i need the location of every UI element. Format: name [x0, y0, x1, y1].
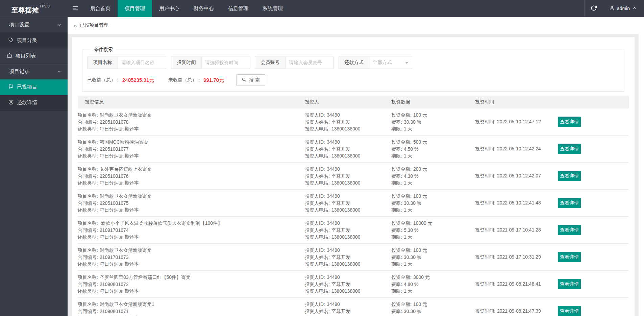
term-value: 1 天	[404, 288, 413, 294]
sidebar-item-project-list[interactable]: 项目列表	[0, 48, 68, 64]
view-detail-button[interactable]: 查看详情	[558, 306, 581, 316]
invest-info-cell: 项目名称:时尚款卫衣女清新版寄卖 合同编号:21091701073 还款类型:每…	[78, 244, 305, 270]
view-detail-button[interactable]: 查看详情	[558, 144, 581, 154]
invest-time-input[interactable]	[202, 56, 250, 69]
sidebar-item-repayment-details[interactable]: 还款详情	[0, 95, 68, 111]
refresh-button[interactable]	[584, 0, 603, 17]
investor-id-field-label: 投资人ID:	[305, 166, 325, 172]
contract-no-value: 21090801071	[100, 309, 129, 314]
investor-name-value: 至尊开发	[331, 146, 350, 152]
col-header-invest-data: 投资数据	[391, 99, 475, 105]
nav-item-system[interactable]: 系统管理	[255, 0, 290, 17]
collapse-menu-button[interactable]	[68, 0, 83, 17]
investor-cell: 投资人ID:34490 投资人姓名:至尊开发 投资人电话:13800138000	[305, 136, 391, 162]
sidebar-item-invested-projects[interactable]: 已投项目	[0, 79, 68, 95]
project-name-value: 韩国MCC蜜粉控油寄卖	[100, 139, 148, 145]
nav-item-project[interactable]: 项目管理	[118, 0, 152, 17]
table-row: 项目名称:圣罗兰圆管83方管烂番茄口红【50件】寄卖 合同编号:21090801…	[78, 271, 629, 298]
repay-type-field-label: 还款类型:	[78, 234, 98, 240]
repay-method-select[interactable]: 全部方式	[369, 56, 412, 69]
term-field-label: 期限:	[391, 207, 402, 213]
investor-id-field-label: 投资人ID:	[305, 247, 325, 253]
view-detail-button[interactable]: 查看详情	[558, 171, 581, 181]
actions-cell: 查看详情	[556, 136, 629, 162]
repay-type-value: 每日分润,到期还本	[100, 153, 139, 159]
invest-info-cell: 项目名称:圣罗兰圆管83方管烂番茄口红【50件】寄卖 合同编号:21090801…	[78, 271, 305, 297]
repay-type-value: 每日分润,到期还本	[100, 261, 139, 267]
sidebar-group-label: 项目设置	[9, 22, 29, 28]
project-name-field-label: 项目名称:	[78, 301, 98, 307]
contract-no-field-label: 合同编号:	[78, 254, 98, 260]
project-name-value: 新款小个子风衣温柔收腰薄款气质大衣寄卖利润【100件】	[100, 220, 222, 226]
user-name: admin	[617, 6, 630, 11]
table-row: 项目名称:时尚款卫衣女清新版寄卖 合同编号:21091701073 还款类型:每…	[78, 244, 629, 271]
invest-time-field-group: 投资时间	[171, 56, 250, 69]
sidebar-item-project-category[interactable]: 项目分类	[0, 33, 68, 48]
project-name-value: 时尚款卫衣女清新版寄卖	[100, 193, 152, 199]
col-header-invest-info: 投资信息	[78, 99, 305, 105]
invest-time-field-label: 投资时间:	[475, 227, 495, 233]
breadcrumb-icon: »	[73, 22, 77, 29]
investor-name-field-label: 投资人姓名:	[305, 227, 330, 233]
search-button[interactable]: 搜 索	[236, 74, 265, 86]
contract-no-field-label: 合同编号:	[78, 200, 98, 206]
invest-time-cell: 投资时间:2022-05-10 12:47:12	[475, 108, 556, 135]
project-name-value: 时尚款卫衣女清新版寄卖1	[100, 301, 154, 307]
view-detail-button[interactable]: 查看详情	[558, 225, 581, 235]
view-detail-button[interactable]: 查看详情	[558, 252, 581, 262]
app-logo: 至尊摆摊TP5.3	[0, 0, 68, 17]
term-value: 1 天	[404, 180, 413, 186]
invest-info-cell: 项目名称: 新款小个子风衣温柔收腰薄款气质大衣寄卖利润【100件】 合同编号:2…	[78, 217, 305, 243]
project-name-value: 时尚款卫衣女清新版寄卖	[100, 247, 152, 253]
rate-field-label: 费率:	[391, 119, 402, 125]
investor-phone-value: 13800138000	[331, 261, 361, 267]
nav-item-finance[interactable]: 财务中心	[187, 0, 221, 17]
invest-time-cell: 投资时间:2021-09-17 10:31:29	[475, 244, 556, 270]
tag-icon	[8, 38, 14, 44]
investor-id-value: 34490	[327, 112, 340, 118]
table-row: 项目名称:韩国MCC蜜粉控油寄卖 合同编号:22051001077 还款类型:每…	[78, 136, 629, 163]
repay-type-field-label: 还款类型:	[78, 261, 98, 267]
project-name-input[interactable]	[118, 56, 166, 69]
view-detail-button[interactable]: 查看详情	[558, 279, 581, 289]
table-row: 项目名称: 新款小个子风衣温柔收腰薄款气质大衣寄卖利润【100件】 合同编号:2…	[78, 217, 629, 244]
user-icon	[609, 5, 615, 12]
contract-no-value: 21091701073	[100, 254, 129, 260]
nav-item-home[interactable]: 后台首页	[83, 0, 118, 17]
search-fields: 项目名称 投资时间 会员账号 还款方式 全部方式	[87, 56, 619, 69]
rate-value: 4.50 %	[404, 146, 419, 152]
refresh-icon	[591, 5, 597, 12]
nav-item-info[interactable]: 信息管理	[221, 0, 255, 17]
repay-type-value: 每日分润,到期还本	[100, 207, 139, 213]
contract-no-value: 22051001078	[100, 119, 129, 125]
term-value: 1 天	[404, 126, 413, 131]
investor-phone-field-label: 投资人电话:	[305, 234, 330, 240]
investor-name-value: 至尊开发	[331, 200, 350, 206]
amount-value: 100 元	[413, 247, 427, 253]
investor-cell: 投资人ID:34490 投资人姓名:至尊开发 投资人电话:13800138000	[305, 298, 391, 316]
actions-cell: 查看详情	[556, 163, 629, 189]
scrollbar[interactable]	[639, 17, 644, 316]
invest-time-field-label: 投资时间:	[475, 119, 495, 124]
project-name-field-label: 项目名称:	[78, 166, 98, 172]
invest-data-cell: 投资金额:500 元 费率:4.50 % 期限:1 天	[391, 136, 475, 162]
sidebar-group-project-records[interactable]: 项目记录	[0, 64, 68, 79]
member-account-input[interactable]	[286, 56, 333, 69]
contract-no-field-label: 合同编号:	[78, 309, 98, 314]
term-field-label: 期限:	[391, 153, 402, 159]
page-body: 条件搜索 项目名称 投资时间 会员账号 还款方式	[68, 34, 639, 316]
rate-value: 30.30 %	[404, 309, 421, 314]
nav-item-user[interactable]: 用户中心	[152, 0, 187, 17]
view-detail-button[interactable]: 查看详情	[558, 198, 581, 208]
term-field-label: 期限:	[391, 180, 402, 186]
invest-data-cell: 投资金额:100 元 费率:30.30 % 期限:1 天	[391, 244, 475, 270]
view-detail-button[interactable]: 查看详情	[558, 117, 581, 127]
sidebar-group-project-settings[interactable]: 项目设置	[0, 17, 68, 33]
invest-time-field-label: 投资时间:	[475, 254, 495, 260]
top-nav: 后台首页 项目管理 用户中心 财务中心 信息管理 系统管理	[83, 0, 290, 17]
investor-id-value: 34490	[327, 274, 340, 280]
investor-name-value: 至尊开发	[331, 254, 350, 260]
amount-value: 10000 元	[413, 220, 432, 226]
investor-phone-field-label: 投资人电话:	[305, 261, 330, 267]
user-menu[interactable]: admin	[603, 0, 644, 17]
